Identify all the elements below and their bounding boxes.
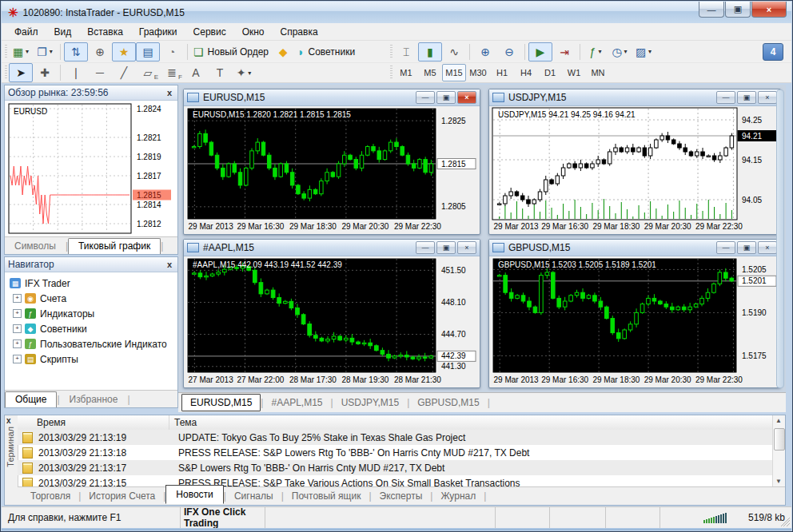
timeframe-M1[interactable]: M1 (394, 64, 418, 81)
news-row[interactable]: 2013/03/29 21:13:17S&P Lowers Rtg To 'BB… (18, 460, 772, 475)
terminal-close-icon[interactable]: x (6, 416, 11, 425)
navigator-toggle-button[interactable]: ★ (112, 42, 136, 62)
expand-icon[interactable]: + (13, 309, 22, 318)
market-watch-header[interactable]: Обзор рынка: 23:59:56 x (5, 85, 177, 101)
chart-close-button[interactable]: × (758, 241, 777, 254)
arrows-shapes-dropdown-icon[interactable]: ▾ (248, 69, 251, 77)
maximize-button[interactable]: ▣ (725, 2, 751, 18)
text-label-button[interactable]: T (208, 63, 232, 82)
chart-tab-1[interactable]: EURUSD,M15 (181, 394, 261, 411)
menu-Вставка[interactable]: Вставка (79, 24, 131, 40)
terminal-tab-4[interactable]: Сигналы (226, 489, 281, 503)
toolbar-grip[interactable] (5, 45, 7, 59)
column-header-time[interactable]: Время (18, 415, 169, 430)
market-watch-toggle-button[interactable]: ⇅ (64, 42, 88, 62)
chart-tab-3[interactable]: USDJPY,M15 (333, 395, 407, 411)
timeframe-M5[interactable]: M5 (418, 64, 442, 81)
indicators-dropdown-icon[interactable]: ▾ (598, 48, 601, 55)
terminal-tab-3[interactable]: Новости (165, 485, 223, 504)
timeframe-M15[interactable]: M15 (442, 64, 466, 81)
chart-close-button[interactable]: × (758, 91, 777, 104)
chart-window-usdjpy[interactable]: USDJPY,M15 —▣× 94.2594.2194.1594.0529 Ma… (488, 89, 781, 235)
zoom-in-button[interactable]: ⊕ (473, 42, 497, 62)
trend-line-button[interactable]: ╱ (112, 63, 136, 82)
scrollbar-thumb[interactable] (774, 428, 785, 451)
market-watch-tab-1[interactable]: Символы (5, 239, 66, 254)
timeframe-M30[interactable]: M30 (466, 64, 490, 81)
horizontal-line-button[interactable]: ─ (88, 63, 112, 82)
bar-chart-mode-button[interactable]: ⌶ (394, 42, 418, 62)
strategy-tester-button[interactable]: ◔ (160, 42, 184, 62)
market-watch-tab-2[interactable]: Тиковый график (68, 238, 161, 254)
periods-button[interactable]: ◷▾ (608, 42, 632, 62)
line-chart-mode-button[interactable]: ∿ (442, 42, 466, 62)
profiles-button[interactable]: ❐▾ (33, 42, 57, 62)
scroll-up-icon[interactable]: ▲ (773, 415, 784, 427)
periods-dropdown-icon[interactable]: ▾ (624, 48, 628, 55)
profiles-dropdown-icon[interactable]: ▾ (50, 48, 53, 55)
new-chart-button[interactable]: ▦▾ (9, 42, 33, 62)
candlestick-chart-usdjpy[interactable]: 94.2594.2194.1594.0529 Mar 201329 Mar 16… (491, 106, 779, 232)
terminal-tab-5[interactable]: Почтовый ящик (284, 489, 369, 503)
chart-close-button[interactable]: × (457, 91, 476, 104)
terminal-tab-1[interactable]: Торговля (22, 489, 78, 503)
menu-Вид[interactable]: Вид (46, 24, 80, 40)
data-window-button[interactable]: ⊕ (88, 42, 112, 62)
indicators-button[interactable]: ƒ▾ (584, 42, 608, 62)
tick-chart[interactable]: 1.28241.28211.28191.28171.28141.28121.28… (5, 101, 177, 238)
chart-tab-2[interactable]: #AAPL,M15 (263, 395, 330, 411)
arrows-shapes-button[interactable]: ✦▾ (232, 63, 256, 82)
navigator-item-Скрипты[interactable]: +▤Скрипты (6, 351, 176, 367)
expand-icon[interactable]: + (13, 339, 22, 348)
scroll-down-icon[interactable]: ▼ (773, 476, 784, 487)
expert-enable-warning-button[interactable]: ◆ (271, 42, 295, 62)
news-row[interactable]: 2013/03/29 21:13:18PRESS RELEASE: S&P Lo… (18, 445, 772, 460)
navigator-tab-2[interactable]: Избранное (60, 392, 128, 407)
status-one-click-trading[interactable]: IFX One Click Trading (181, 507, 265, 528)
chart-shift-button[interactable]: ⇥ (552, 42, 576, 62)
chart-minimize-button[interactable]: — (416, 91, 435, 104)
toolbar-grip[interactable] (390, 45, 393, 59)
chart-window-titlebar[interactable]: GBPUSD,M15 —▣× (489, 240, 780, 256)
news-row[interactable]: 2013/03/29 21:13:15PRESS RELEASE: S&P Ta… (18, 475, 772, 487)
news-row[interactable]: 2013/03/29 21:13:19UPDATE: Tokyo Gas To … (18, 430, 772, 445)
chart-restore-button[interactable]: ▣ (436, 91, 456, 104)
equidistant-channel-button[interactable]: ▱E (136, 63, 160, 82)
candlestick-chart-eurusd[interactable]: 1.28251.28151.280529 Mar 201329 Mar 16:3… (185, 106, 478, 232)
new-order-button[interactable]: ❏Новый Ордер (191, 42, 271, 62)
notifications-badge[interactable]: 4 (763, 43, 783, 61)
cursor-button[interactable]: ➤ (9, 63, 33, 82)
close-button[interactable]: × (751, 2, 787, 18)
menu-Сервис[interactable]: Сервис (185, 24, 234, 40)
navigator-item-Счета[interactable]: +◉Счета (6, 291, 176, 306)
expand-icon[interactable]: + (13, 355, 22, 363)
market-watch-close-icon[interactable]: x (165, 88, 174, 97)
navigator-item-Индикаторы[interactable]: +ƒИндикаторы (6, 306, 176, 321)
auto-scroll-button[interactable]: ▶ (528, 42, 552, 62)
news-scrollbar[interactable]: ▲ ▼ (772, 415, 785, 487)
minimize-button[interactable]: — (699, 2, 724, 18)
workspace-scrollbar[interactable] (776, 89, 784, 388)
navigator-item-Пользовательские Индикато[interactable]: +ƒПользовательские Индикато (6, 336, 176, 351)
navigator-item-Советники[interactable]: +◆Советники (6, 321, 176, 336)
terminal-tab-2[interactable]: История Счета (81, 489, 163, 503)
chart-restore-button[interactable]: ▣ (737, 91, 756, 104)
candlestick-mode-button[interactable]: ▮ (418, 42, 442, 62)
navigator-tab-1[interactable]: Общие (5, 391, 57, 407)
timeframe-MN[interactable]: MN (586, 64, 610, 81)
terminal-toggle-button[interactable]: ▤ (136, 42, 160, 62)
timeframe-H1[interactable]: H1 (490, 64, 514, 81)
chart-tab-4[interactable]: GBPUSD,M15 (409, 395, 487, 411)
resize-grip[interactable] (779, 516, 790, 526)
navigator-close-icon[interactable]: x (165, 260, 174, 269)
chart-restore-button[interactable]: ▣ (436, 241, 456, 254)
expand-icon[interactable]: + (13, 294, 22, 303)
timeframe-D1[interactable]: D1 (538, 64, 562, 81)
chart-window-eurusd[interactable]: EURUSD,M15 —▣× 1.28251.28151.280529 Mar … (183, 89, 480, 235)
timeframe-W1[interactable]: W1 (562, 64, 586, 81)
chart-minimize-button[interactable]: — (716, 91, 735, 104)
chart-restore-button[interactable]: ▣ (737, 241, 756, 254)
chart-window-titlebar[interactable]: USDJPY,M15 —▣× (489, 89, 780, 106)
fibonacci-retracement-button[interactable]: ≣F (160, 63, 184, 82)
chart-minimize-button[interactable]: — (716, 241, 735, 254)
